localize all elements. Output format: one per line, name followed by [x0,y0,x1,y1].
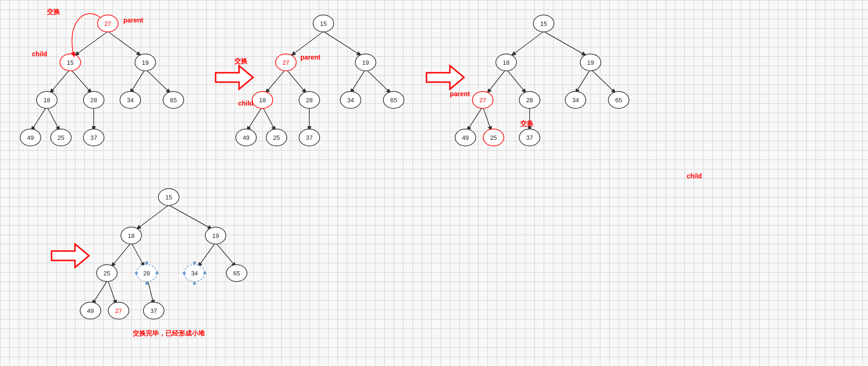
svg-line-108 [148,280,154,304]
svg-text:37: 37 [306,134,313,141]
svg-line-101 [169,205,212,229]
svg-line-104 [198,243,216,267]
svg-text:65: 65 [390,97,397,104]
svg-text:28: 28 [526,97,533,104]
svg-line-102 [112,243,131,267]
svg-line-43 [262,107,275,130]
svg-line-69 [544,31,586,55]
svg-marker-34 [216,66,253,89]
svg-text:34: 34 [572,97,579,104]
svg-point-127 [193,261,196,264]
svg-text:28: 28 [143,270,150,277]
svg-line-41 [366,69,390,93]
svg-line-38 [266,69,286,93]
svg-line-2 [75,31,108,55]
svg-text:15: 15 [540,20,547,27]
svg-text:27: 27 [115,307,122,314]
svg-line-73 [591,69,615,93]
svg-text:15: 15 [320,20,327,27]
svg-text:19: 19 [587,59,594,66]
svg-line-74 [467,107,483,130]
svg-line-39 [286,69,306,93]
svg-point-125 [183,272,186,274]
svg-text:child: child [687,172,702,180]
svg-text:交换: 交换 [234,57,248,65]
svg-line-105 [216,243,236,267]
svg-line-68 [512,31,544,55]
svg-text:交换: 交换 [520,120,534,127]
svg-text:49: 49 [462,134,469,141]
svg-text:28: 28 [306,97,313,104]
svg-text:65: 65 [170,97,177,104]
svg-line-42 [247,107,262,130]
svg-line-75 [483,107,491,130]
caption-text: 交换完毕，已经形成小堆 [133,329,205,337]
svg-text:child: child [32,50,47,58]
svg-line-8 [31,107,47,130]
svg-text:37: 37 [150,307,157,314]
svg-text:49: 49 [243,134,249,141]
svg-line-6 [130,69,145,93]
svg-line-100 [137,205,169,229]
svg-text:18: 18 [128,232,135,239]
svg-text:27: 27 [479,97,486,104]
svg-text:37: 37 [526,134,533,141]
svg-line-107 [108,280,116,304]
main-svg: 27 parent 15 child 19 18 28 34 65 49 25 … [0,0,868,366]
svg-marker-67 [427,66,464,89]
svg-line-7 [145,69,170,93]
svg-text:18: 18 [259,97,266,104]
svg-text:25: 25 [490,134,497,141]
svg-line-71 [506,69,526,93]
svg-text:19: 19 [362,59,369,66]
svg-text:parent: parent [123,16,143,24]
svg-text:27: 27 [105,20,111,27]
svg-text:49: 49 [87,307,94,314]
svg-line-40 [351,69,366,93]
diagram-container: 27 parent 15 child 19 18 28 34 65 49 25 … [0,0,868,366]
svg-line-36 [292,31,323,55]
svg-text:15: 15 [165,194,172,201]
svg-text:27: 27 [283,59,289,66]
svg-point-121 [145,261,148,264]
svg-text:34: 34 [191,270,198,277]
svg-marker-137 [52,244,89,267]
svg-text:34: 34 [347,97,354,104]
svg-line-37 [323,31,361,55]
svg-text:49: 49 [27,134,34,141]
svg-line-9 [47,107,60,130]
svg-text:15: 15 [67,59,74,66]
svg-point-120 [156,272,158,274]
svg-text:37: 37 [90,134,97,141]
svg-text:65: 65 [615,97,622,104]
svg-text:25: 25 [58,134,64,141]
svg-point-122 [145,282,148,285]
svg-text:18: 18 [503,59,509,66]
svg-text:19: 19 [142,59,149,66]
svg-line-3 [108,31,141,55]
svg-text:25: 25 [273,134,280,141]
svg-line-5 [70,69,91,93]
svg-text:交换: 交换 [47,8,60,15]
svg-line-103 [131,243,144,267]
svg-line-72 [576,69,591,93]
svg-text:19: 19 [212,232,219,239]
svg-line-106 [92,280,108,304]
svg-text:65: 65 [233,270,240,277]
svg-line-70 [487,69,506,93]
svg-text:25: 25 [104,270,110,277]
svg-text:18: 18 [44,97,50,104]
svg-text:parent: parent [450,90,470,98]
svg-text:34: 34 [127,97,134,104]
svg-text:parent: parent [300,53,321,61]
svg-text:child: child [238,99,254,107]
svg-line-4 [50,69,70,93]
svg-text:28: 28 [90,97,97,104]
svg-point-128 [193,282,196,285]
svg-point-126 [203,272,206,274]
svg-point-119 [135,272,138,274]
